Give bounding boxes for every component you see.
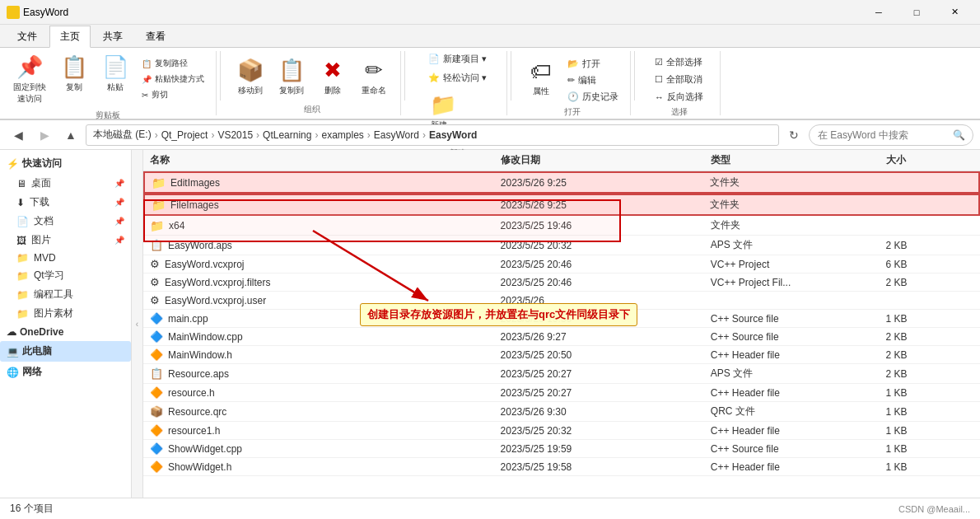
back-button[interactable]: ◀ [7,124,30,147]
path-segment-qtlearning[interactable]: QtLearning [263,129,311,141]
sidebar-item-downloads[interactable]: ⬇ 下载 📌 [0,193,131,212]
delete-button[interactable]: ✖ 删除 [313,54,352,100]
sidebar-section-network[interactable]: 🌐 网络 [0,362,131,382]
ribbon-group-organize: 📦 移动到 📋 复制到 ✖ 删除 [224,51,401,115]
table-row[interactable]: 📋 EasyWord.aps 2023/5/25 20:32 APS 文件 2 … [143,236,980,255]
pin-button[interactable]: 📌 固定到快速访问 [7,51,53,108]
qt-icon: 📁 [16,270,29,282]
tab-view[interactable]: 查看 [135,26,176,47]
close-button[interactable]: ✕ [936,0,973,25]
item-count: 16 个项目 [10,502,54,516]
sidebar-resize-handle[interactable]: ‹ [132,150,143,498]
edit-button[interactable]: ✏ 编辑 [562,72,623,88]
table-row[interactable]: 🔶 resource.h 2023/5/25 20:27 C++ Header … [143,384,980,402]
table-row[interactable]: 🔷 ShowWidget.cpp 2023/5/25 19:59 C++ Sou… [143,440,980,458]
path-segment-project[interactable]: Qt_Project [161,129,208,141]
select-all-button[interactable]: ☑ 全部选择 [650,54,707,70]
table-row[interactable]: 📁 FileImages 2023/5/26 9:25 文件夹 [143,194,980,216]
paste-shortcut-button[interactable]: 📌 粘贴快捷方式 [137,72,209,86]
search-icon: 🔍 [953,129,965,141]
images-icon: 📁 [16,308,29,320]
title-bar: EasyWord ─ □ ✕ [0,0,980,25]
status-bar: 16 个项目 CSDN @Meaail... [0,498,980,519]
window-title: EasyWord [23,7,68,18]
path-segment-easyword1[interactable]: EasyWord [374,129,419,141]
column-date[interactable]: 修改日期 [501,153,711,167]
history-button[interactable]: 🕐 历史记录 [562,89,623,105]
app-icon [7,6,20,19]
sidebar-item-images[interactable]: 📁 图片素材 [0,304,131,323]
table-row[interactable]: 🔷 main.cpp 2023/5/25 19:56 C++ Source fi… [143,310,980,328]
paste-button[interactable]: 📄 粘贴 [96,51,135,96]
column-type[interactable]: 类型 [711,153,886,167]
sidebar-section-onedrive[interactable]: ☁ OneDrive [0,323,131,341]
tools-icon: 📁 [16,289,29,301]
qrc-icon: 📦 [150,405,163,418]
path-segment-drive[interactable]: 本地磁盘 (E:) [93,128,152,142]
easy-access-button[interactable]: ⭐ 轻松访问 ▾ [423,70,492,86]
sidebar-item-desktop[interactable]: 🖥 桌面 📌 [0,174,131,193]
move-to-button[interactable]: 📦 移动到 [231,54,270,100]
table-row[interactable]: ⚙ EasyWord.vcxproj.filters 2023/5/25 20:… [143,274,980,292]
sidebar-item-qt[interactable]: 📁 Qt学习 [0,266,131,285]
invert-button[interactable]: ↔ 反向选择 [650,89,708,105]
rename-button[interactable]: ✏ 重命名 [354,54,394,100]
path-segment-easyword2[interactable]: EasyWord [429,129,477,141]
select-label: 选择 [671,105,688,118]
h-icon: 🔶 [150,386,163,399]
h-icon: 🔶 [150,461,163,473]
maximize-button[interactable]: □ [898,0,936,25]
copy-path-button[interactable]: 📋 复制路径 [137,56,209,71]
properties-icon: 🏷 [530,58,552,84]
path-segment-vs[interactable]: VS2015 [217,129,253,141]
refresh-button[interactable]: ↻ [782,124,805,147]
sidebar-item-mvd[interactable]: 📁 MVD [0,250,131,266]
up-button[interactable]: ▲ [59,124,82,147]
open-button[interactable]: 📂 打开 [562,56,623,72]
ribbon-group-select: ☑ 全部选择 ☐ 全部取消 ↔ 反向选择 选择 [638,51,721,115]
tab-share[interactable]: 共享 [92,26,133,47]
minimize-button[interactable]: ─ [860,0,898,25]
ribbon-group-new: 📄 新建项目 ▾ ⭐ 轻松访问 ▾ 📁 新建文件夹 新建 [408,51,507,115]
sidebar-section-thispc[interactable]: 💻 此电脑 [0,341,131,362]
tab-file[interactable]: 文件 [7,26,48,47]
address-path: 本地磁盘 (E:) › Qt_Project › VS2015 › QtLear… [86,124,779,146]
select-none-button[interactable]: ☐ 全部取消 [650,72,707,87]
copy-button[interactable]: 📋 复制 [54,51,94,96]
search-input[interactable] [809,124,973,146]
table-row[interactable]: 📁 EditImages 2023/5/26 9:25 文件夹 [143,171,980,194]
table-row[interactable]: 📋 Resource.aps 2023/5/25 20:27 APS 文件 2 … [143,364,980,384]
sidebar-item-tools[interactable]: 📁 编程工具 [0,285,131,304]
sidebar-item-pictures[interactable]: 🖼 图片 📌 [0,231,131,250]
aps-icon: 📋 [150,367,163,380]
table-row[interactable]: 🔶 ShowWidget.h 2023/5/25 19:58 C++ Heade… [143,458,980,476]
desktop-icon: 🖥 [16,178,26,189]
window-controls: ─ □ ✕ [860,0,973,25]
cpp-icon: 🔷 [150,330,163,343]
column-name[interactable]: 名称 [150,153,501,167]
properties-button[interactable]: 🏷 属性 [521,55,561,101]
table-row[interactable]: 📦 Resource.qrc 2023/5/26 9:30 QRC 文件 1 K… [143,402,980,422]
sidebar-item-documents[interactable]: 📄 文档 📌 [0,212,131,231]
downloads-icon: ⬇ [16,197,25,208]
table-row[interactable]: 🔶 resource1.h 2023/5/25 20:32 C++ Header… [143,422,980,440]
tab-home[interactable]: 主页 [49,26,91,48]
forward-button[interactable]: ▶ [33,124,56,147]
table-row[interactable]: 🔶 MainWindow.h 2023/5/25 20:50 C++ Heade… [143,346,980,364]
ribbon-group-open: 🏷 属性 📂 打开 ✏ 编辑 🕐 历史记录 [515,51,631,115]
select-all-icon: ☑ [655,57,663,68]
organize-label: 组织 [304,102,320,115]
cut-button[interactable]: ✂ 剪切 [137,87,209,102]
column-size[interactable]: 大小 [886,153,973,167]
path-segment-examples[interactable]: examples [321,129,363,141]
table-row[interactable]: 📁 x64 2023/5/25 19:46 文件夹 [143,216,980,236]
copy-to-button[interactable]: 📋 复制到 [272,54,311,100]
table-row[interactable]: ⚙ EasyWord.vcxproj.user 2023/5/26 [143,292,980,310]
table-row[interactable]: ⚙ EasyWord.vcxproj 2023/5/25 20:46 VC++ … [143,255,980,274]
copy-to-icon: 📋 [278,58,305,83]
table-row[interactable]: 🔷 MainWindow.cpp 2023/5/26 9:27 C++ Sour… [143,328,980,346]
file-list: 名称 修改日期 类型 大小 📁 EditImages 2023/5/26 9:2… [143,150,980,498]
sidebar-section-quick-access[interactable]: ⚡ 快速访问 [0,153,131,174]
history-icon: 🕐 [567,91,579,102]
new-item-button[interactable]: 📄 新建项目 ▾ [423,51,492,67]
